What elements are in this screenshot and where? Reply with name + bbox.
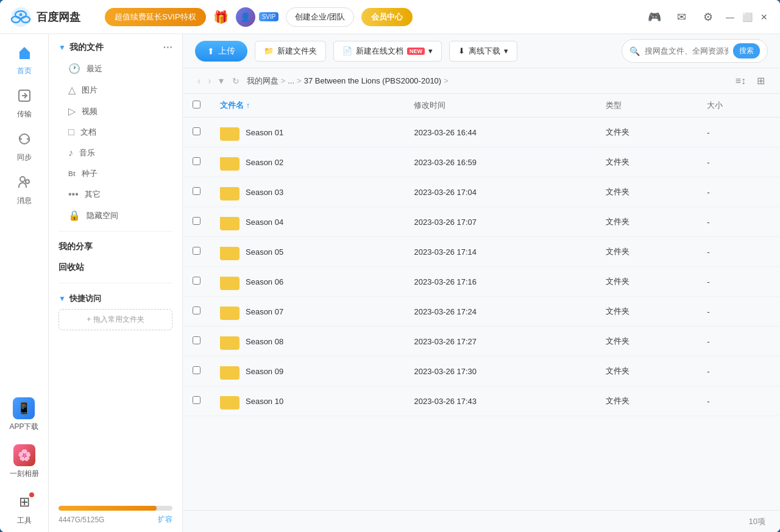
app-download-icon: 📱 [13,397,35,419]
sidebar-item-album[interactable]: 🌸 一刻相册 [5,438,44,485]
row-checkbox-3[interactable] [193,217,200,225]
row-type: 文件夹 [596,147,697,177]
type-column-header[interactable]: 类型 [596,94,697,118]
name-column-header[interactable]: 文件名 ↑ [210,94,404,118]
my-files-arrow[interactable]: ▼ [58,43,66,52]
sidebar-item-photos[interactable]: △ 图片 [54,79,177,101]
row-name[interactable]: Season 01 [246,128,283,137]
row-name[interactable]: Season 06 [246,277,283,286]
breadcrumb-bar: ‹ › ▾ ↻ 我的网盘 > ... > 37 Between the Lion… [183,68,780,94]
table-row[interactable]: Season 07 2023-03-26 17:24 文件夹 - [183,297,780,327]
window-controls: — ⬜ ✕ [724,11,770,23]
row-name[interactable]: Season 03 [246,188,283,197]
table-row[interactable]: Season 04 2023-03-26 17:07 文件夹 - [183,207,780,237]
back-button[interactable]: ‹ [195,74,203,88]
settings-icon[interactable]: ⚙ [700,9,717,26]
sidebar-item-recent[interactable]: 🕐 最近 [54,58,177,79]
sidebar-item-music[interactable]: ♪ 音乐 [54,143,177,163]
table-row[interactable]: Season 09 2023-03-26 17:30 文件夹 - [183,356,780,386]
create-team-button[interactable]: 创建企业/团队 [286,7,354,27]
maximize-button[interactable]: ⬜ [741,11,753,23]
quick-access-label: 快捷访问 [69,293,101,304]
row-name[interactable]: Season 04 [246,218,283,227]
dropdown-button[interactable]: ▾ [216,74,226,88]
table-row[interactable]: Season 02 2023-03-26 16:59 文件夹 - [183,147,780,177]
close-button[interactable]: ✕ [758,11,770,23]
sidebar-item-hidden-space[interactable]: 🔒 隐藏空间 [54,205,177,226]
row-checkbox-5[interactable] [193,277,200,285]
select-all-header [183,94,210,118]
offline-download-button[interactable]: ⬇ 离线下载 ▾ [449,41,517,62]
sidebar-item-message[interactable]: 消息 [0,169,48,212]
row-checkbox-9[interactable] [193,396,200,404]
sort-view-button[interactable]: ≡↕ [732,74,749,88]
sidebar-item-transfer[interactable]: 传输 [0,82,48,126]
mail-icon[interactable]: ✉ [673,9,690,26]
breadcrumb-root[interactable]: 我的网盘 [247,76,278,87]
row-name[interactable]: Season 09 [246,367,283,376]
user-area[interactable]: 👤 SVIP [236,7,279,27]
upload-icon: ⬆ [207,46,214,56]
row-name[interactable]: Season 10 [246,397,283,406]
select-all-checkbox[interactable] [193,101,200,108]
recent-icon: 🕐 [68,63,80,74]
row-type: 文件夹 [596,297,697,327]
row-type: 文件夹 [596,267,697,297]
breadcrumb-ellipsis[interactable]: ... [288,76,294,85]
size-column-header[interactable]: 大小 [697,94,780,118]
table-row[interactable]: Season 08 2023-03-26 17:27 文件夹 - [183,327,780,356]
breadcrumb-current: 37 Between the Lions (PBS2000-2010) [304,76,442,85]
minimize-button[interactable]: — [724,11,736,23]
table-row[interactable]: Season 05 2023-03-26 17:14 文件夹 - [183,237,780,267]
table-row[interactable]: Season 06 2023-03-26 17:16 文件夹 - [183,267,780,297]
sidebar-item-sync[interactable]: 同步 [0,126,48,169]
modified-column-header[interactable]: 修改时间 [404,94,596,118]
file-table-container: 文件名 ↑ 修改时间 类型 大小 [183,94,780,510]
gift-icon[interactable]: 🎁 [213,10,229,24]
svip-button[interactable]: 超值续费延长SVIP特权 [105,8,206,26]
sidebar-item-my-share[interactable]: 我的分享 [49,236,182,257]
quick-access-arrow[interactable]: ▼ [58,294,66,303]
upload-button[interactable]: ⬆ 上传 [195,41,247,62]
table-row[interactable]: Season 10 2023-03-26 17:43 文件夹 - [183,386,780,416]
search-button[interactable]: 搜索 [733,43,760,59]
breadcrumb-sep-2: > [297,76,302,85]
table-row[interactable]: Season 03 2023-03-26 17:04 文件夹 - [183,177,780,207]
sidebar-divider-1 [58,231,172,232]
vip-center-button[interactable]: 会员中心 [361,8,413,26]
sidebar-item-home[interactable]: 首页 [0,39,48,82]
row-checkbox-8[interactable] [193,366,200,374]
sidebar-item-app[interactable]: 📱 APP下载 [4,391,43,438]
sidebar-item-videos[interactable]: ▷ 视频 [54,101,177,122]
row-name[interactable]: Season 02 [246,158,283,167]
sidebar-item-docs[interactable]: □ 文档 [54,122,177,143]
new-folder-button[interactable]: 📁 新建文件夹 [255,41,326,62]
transfer-icon [17,88,32,107]
sidebar-item-recycle[interactable]: 回收站 [49,257,182,278]
row-checkbox-6[interactable] [193,307,200,314]
other-icon: ••• [68,189,79,200]
game-icon[interactable]: 🎮 [646,9,663,26]
sidebar-item-tools[interactable]: ⊞ 工具 [9,485,40,532]
expand-link[interactable]: 扩容 [158,514,172,525]
row-checkbox-2[interactable] [193,187,200,195]
row-name-cell: Season 05 [210,237,404,267]
row-name[interactable]: Season 05 [246,247,283,257]
row-checkbox-1[interactable] [193,157,200,165]
quick-add-button[interactable]: + 拖入常用文件夹 [58,309,172,330]
sidebar-item-bt[interactable]: Bt 种子 [54,163,177,184]
forward-button[interactable]: › [205,74,213,88]
refresh-button[interactable]: ↻ [229,75,243,87]
row-name[interactable]: Season 07 [246,307,283,316]
grid-view-button[interactable]: ⊞ [754,73,768,88]
search-input[interactable] [645,46,728,55]
new-doc-button[interactable]: 📄 新建在线文档 NEW ▾ [333,41,442,62]
music-icon: ♪ [68,147,73,158]
row-checkbox-7[interactable] [193,336,200,344]
sidebar-item-other[interactable]: ••• 其它 [54,184,177,205]
my-files-dots[interactable]: ⋯ [163,41,172,53]
row-checkbox-0[interactable] [193,127,200,135]
row-checkbox-4[interactable] [193,247,200,255]
row-name[interactable]: Season 08 [246,337,283,346]
table-row[interactable]: Season 01 2023-03-26 16:44 文件夹 - [183,118,780,147]
